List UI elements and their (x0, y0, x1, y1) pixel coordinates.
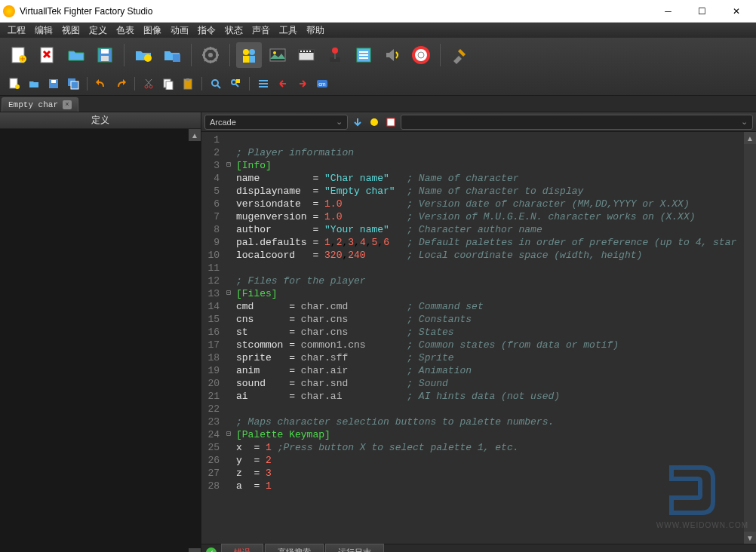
menu-tools[interactable]: 工具 (275, 23, 302, 38)
svg-rect-26 (359, 51, 368, 53)
toolbar-separator (229, 44, 230, 66)
toolbar-area: cm (0, 38, 756, 96)
cm-icon[interactable]: cm (314, 75, 330, 92)
star-new-icon[interactable] (367, 115, 381, 129)
scroll-down-icon[interactable]: ▼ (744, 532, 756, 544)
copy-icon[interactable] (160, 75, 177, 92)
paste-icon[interactable] (180, 75, 196, 92)
scroll-up-icon[interactable]: ▲ (744, 132, 756, 144)
svg-point-24 (332, 48, 338, 54)
menu-edit[interactable]: 编辑 (30, 23, 57, 38)
file-tab[interactable]: Empty char × (2, 97, 78, 112)
save-small-icon[interactable] (45, 75, 62, 92)
file-tab-label: Empty char (8, 100, 58, 109)
edit-box-icon[interactable] (384, 115, 398, 129)
tools-icon[interactable] (447, 42, 472, 68)
folder-add-icon[interactable] (131, 42, 156, 68)
file-tabbar: Empty char × (0, 96, 756, 112)
menu-define[interactable]: 定义 (85, 23, 112, 38)
search-icon[interactable] (207, 75, 224, 92)
bottom-tab-advsearch[interactable]: 高级搜索 (265, 544, 324, 552)
settings-icon[interactable] (198, 42, 223, 68)
lifebuoy-icon[interactable] (408, 42, 434, 68)
toolbar-separator (134, 77, 135, 90)
code-editor[interactable]: 1234567891011121314151617181920212223242… (201, 132, 756, 544)
menu-view[interactable]: 视图 (57, 23, 85, 38)
new-file-icon[interactable] (6, 42, 32, 68)
svg-rect-27 (359, 54, 368, 56)
menu-help[interactable]: 帮助 (302, 23, 329, 38)
main-area: 定义 ▲ ▼ Arcade ⌄ ⌄ 1234567891011121314151… (0, 112, 756, 552)
characters-icon[interactable] (236, 42, 262, 68)
scroll-down-icon[interactable]: ▼ (189, 548, 201, 552)
delete-file-icon[interactable] (35, 42, 60, 68)
toolbar-separator (201, 77, 202, 90)
saveall-small-icon[interactable] (65, 75, 81, 92)
secondary-combo[interactable]: ⌄ (401, 115, 753, 130)
menu-state[interactable]: 状态 (220, 23, 247, 38)
sound-icon[interactable] (380, 42, 405, 68)
open-small-icon[interactable] (26, 75, 42, 92)
side-panel-header: 定义 (0, 112, 201, 129)
editor-panel: Arcade ⌄ ⌄ 12345678910111213141516171819… (201, 112, 756, 552)
menu-sound[interactable]: 声音 (247, 23, 275, 38)
menu-command[interactable]: 指令 (193, 23, 220, 38)
svg-point-30 (418, 52, 424, 58)
bottom-tabs: ✓ 错误 高级搜索 运行日志 (201, 544, 756, 552)
window-title: VirtuallTek Fighter Factory Studio (20, 6, 651, 17)
code-area[interactable]: ; Player information[Info]name = "Char n… (233, 132, 756, 544)
editor-toolbar: Arcade ⌄ ⌄ (201, 112, 756, 132)
svg-rect-47 (259, 83, 268, 84)
menu-project[interactable]: 工程 (3, 23, 30, 38)
open-folder-icon[interactable] (63, 42, 89, 68)
arrow-right-icon[interactable] (294, 75, 311, 92)
app-icon (3, 5, 15, 17)
replace-icon[interactable] (227, 75, 244, 92)
menu-image[interactable]: 图像 (139, 23, 166, 38)
tab-close-icon[interactable]: × (63, 100, 72, 109)
toolbar-separator (87, 77, 88, 90)
toolbar-separator (440, 44, 441, 66)
svg-rect-19 (303, 51, 305, 52)
joystick-icon[interactable] (322, 42, 348, 68)
folder-save-icon[interactable] (159, 42, 185, 68)
svg-point-43 (212, 80, 218, 86)
new-small-icon[interactable] (6, 75, 23, 92)
save-icon[interactable] (92, 42, 118, 68)
svg-rect-40 (166, 81, 173, 90)
film-icon[interactable] (293, 42, 319, 68)
scroll-up-icon[interactable]: ▲ (189, 129, 201, 141)
maximize-button[interactable]: ☐ (685, 1, 719, 22)
redo-icon[interactable] (112, 75, 129, 92)
cut-icon[interactable] (140, 75, 157, 92)
undo-icon[interactable] (93, 75, 109, 92)
indent-icon[interactable] (255, 75, 272, 92)
svg-rect-28 (359, 57, 368, 59)
toolbar-row-1 (0, 38, 756, 72)
svg-rect-52 (387, 118, 395, 126)
svg-rect-42 (186, 78, 189, 81)
bottom-tab-errors[interactable]: 错误 (221, 544, 263, 552)
toolbar-separator (249, 77, 250, 90)
svg-rect-4 (101, 49, 109, 54)
bottom-tab-log[interactable]: 运行日志 (325, 544, 384, 552)
status-ok-icon[interactable]: ✓ (206, 547, 217, 553)
menu-anim[interactable]: 动画 (166, 23, 193, 38)
svg-point-11 (249, 49, 255, 55)
toolbar-row-2: cm (0, 72, 756, 95)
close-button[interactable]: ✕ (719, 1, 753, 22)
arrow-down-icon[interactable] (351, 115, 364, 129)
editor-scrollbar[interactable]: ▲ ▼ (744, 132, 756, 544)
svg-rect-12 (243, 56, 249, 63)
list-icon[interactable] (351, 42, 376, 68)
section-combo-value: Arcade (210, 118, 236, 127)
side-panel-content: ▲ ▼ (0, 129, 201, 552)
section-combo[interactable]: Arcade ⌄ (204, 115, 348, 130)
minimize-button[interactable]: ─ (651, 1, 685, 22)
image-icon[interactable] (265, 42, 290, 68)
arrow-left-icon[interactable] (275, 75, 291, 92)
menu-palette[interactable]: 色表 (112, 23, 139, 38)
fold-gutter[interactable]: ⊟⊟⊟ (224, 132, 233, 544)
chevron-down-icon: ⌄ (741, 117, 748, 127)
svg-point-37 (145, 85, 148, 88)
